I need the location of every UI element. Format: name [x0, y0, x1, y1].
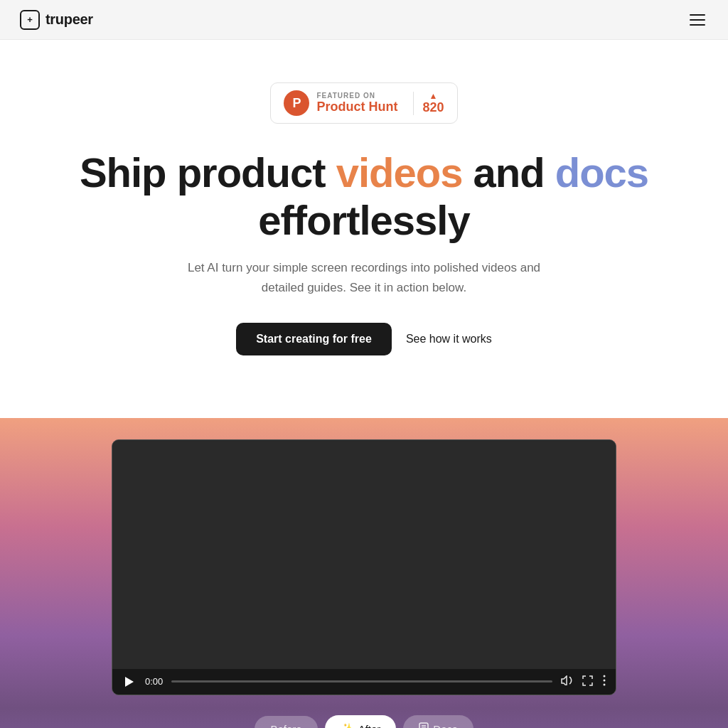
tab-before[interactable]: Before	[255, 716, 317, 728]
docs-tab-icon	[419, 722, 429, 728]
video-controls-bar: 0:00	[112, 669, 616, 695]
fullscreen-icon[interactable]	[582, 675, 593, 688]
headline: Ship product videos and docs effortlessl…	[80, 149, 648, 244]
video-tabs: Before ✨ After Docs	[255, 715, 473, 728]
hero-section: P FEATURED ON Product Hunt ▲ 820 Ship pr…	[0, 40, 728, 418]
headline-videos: videos	[336, 149, 463, 196]
volume-icon[interactable]	[561, 675, 572, 687]
video-player[interactable]: 0:00	[112, 439, 616, 695]
play-button[interactable]	[122, 675, 136, 689]
logo-icon: +	[20, 10, 40, 30]
hero-subtext: Let AI turn your simple screen recording…	[165, 258, 563, 296]
tab-docs[interactable]: Docs	[403, 715, 473, 728]
hamburger-menu[interactable]	[687, 11, 708, 28]
svg-point-3	[604, 684, 606, 686]
start-creating-button[interactable]: Start creating for free	[236, 323, 392, 355]
ph-name: Product Hunt	[316, 100, 397, 114]
svg-marker-0	[125, 677, 134, 687]
ph-upvote-arrow: ▲	[429, 92, 438, 100]
after-tab-icon: ✨	[341, 722, 354, 728]
ph-score: ▲ 820	[413, 92, 444, 115]
video-screen	[112, 440, 616, 662]
navbar: + trupeer	[0, 0, 728, 40]
product-hunt-icon: P	[284, 90, 309, 116]
logo-text: trupeer	[46, 11, 93, 28]
ph-score-number: 820	[422, 100, 444, 115]
tab-after[interactable]: ✨ After	[325, 715, 397, 728]
ph-featured-label: FEATURED ON	[316, 92, 375, 100]
svg-point-2	[604, 680, 606, 682]
more-options-icon[interactable]	[603, 675, 606, 688]
video-progress-bar[interactable]	[171, 680, 552, 682]
cta-row: Start creating for free See how it works	[236, 323, 492, 355]
headline-docs: docs	[555, 149, 648, 196]
product-hunt-text: FEATURED ON Product Hunt	[316, 92, 397, 114]
video-right-controls	[561, 675, 606, 688]
see-how-it-works-button[interactable]: See how it works	[406, 333, 492, 346]
video-section: 0:00 Before ✨ After	[0, 418, 728, 728]
product-hunt-badge[interactable]: P FEATURED ON Product Hunt ▲ 820	[270, 82, 457, 124]
logo-area: + trupeer	[20, 10, 93, 30]
video-time: 0:00	[145, 676, 163, 687]
svg-point-1	[604, 675, 606, 678]
